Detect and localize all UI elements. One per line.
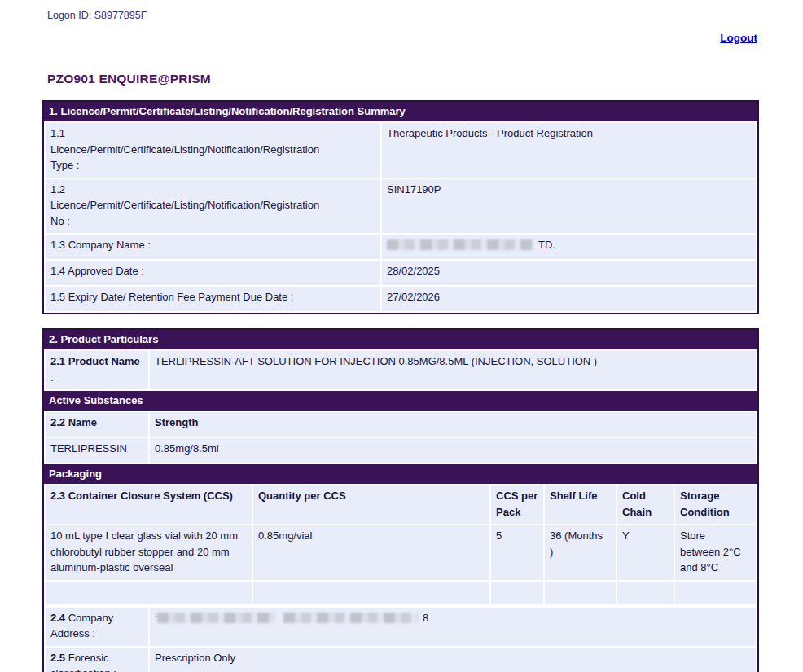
- ccs-col-header: 2.3 Container Closure System (CCS): [45, 485, 252, 525]
- forensic-classification-label: 2.5 Forensic classification :: [45, 647, 149, 672]
- approved-date-value: 28/02/2025: [381, 260, 757, 286]
- storage-value: Store between 2°C and 8°C: [674, 525, 757, 581]
- table-row-empty: [45, 581, 757, 605]
- expiry-date-value: 27/02/2026: [381, 286, 757, 312]
- product-name-value: TERLIPRESSIN-AFT SOLUTION FOR INJECTION …: [149, 350, 757, 390]
- table-row: 2.3 Container Closure System (CCS) Quant…: [45, 485, 757, 525]
- licence-no-value: SIN17190P: [381, 178, 757, 235]
- table-row: 2.2 Name Strength: [45, 411, 757, 437]
- table-row: 1.3 Company Name : TD.: [45, 234, 757, 260]
- redacted-address-part1: [157, 613, 275, 623]
- storage-col-header: Storage Condition: [674, 485, 757, 525]
- forensic-classification-value: Prescription Only: [149, 647, 757, 672]
- approved-date-label: 1.4 Approved Date :: [45, 260, 381, 286]
- empty-cell: [544, 581, 617, 605]
- substance-strength-col-header: Strength: [149, 411, 757, 437]
- product-particulars-table: 2. Product Particulars 2.1 Product Name …: [42, 328, 759, 672]
- empty-cell: [252, 581, 490, 605]
- empty-cell: [490, 581, 544, 605]
- section1-header-bar: 1. Licence/Permit/Certificate/Listing/No…: [44, 102, 757, 121]
- address-suffix: 8: [423, 612, 428, 624]
- table-row: 2.5 Forensic classification : Prescripti…: [45, 647, 757, 672]
- ccs-per-pack-col-header: CCS per Pack: [490, 485, 544, 525]
- packaging-header-bar: Packaging: [44, 464, 757, 484]
- shelf-life-col-header: Shelf Life: [544, 485, 617, 525]
- cold-chain-value: Y: [617, 525, 674, 581]
- redacted-company-name: [387, 239, 533, 250]
- licence-type-value: Therapeutic Products - Product Registrat…: [381, 122, 757, 178]
- table-row: TERLIPRESSIN 0.85mg/8.5ml: [45, 437, 757, 463]
- logon-id-text: Logon ID: S8977895F: [0, 0, 803, 21]
- ccs-per-pack-value: 5: [490, 525, 544, 581]
- page-title: PZO901 ENQUIRE@PRISM: [47, 72, 803, 86]
- company-address-value: ‘8: [149, 607, 757, 647]
- table-row: 2.1 Product Name : TERLIPRESSIN-AFT SOLU…: [45, 350, 757, 390]
- licence-type-label: 1.1 Licence/Permit/Certificate/Listing/N…: [45, 122, 381, 178]
- cold-chain-col-header: Cold Chain: [617, 485, 674, 525]
- expiry-date-label: 1.5 Expiry Date/ Retention Fee Payment D…: [45, 286, 381, 312]
- table-row: 1.5 Expiry Date/ Retention Fee Payment D…: [45, 286, 757, 312]
- empty-cell: [674, 581, 757, 605]
- substance-name-value: TERLIPRESSIN: [45, 437, 149, 463]
- company-name-value: TD.: [381, 234, 757, 260]
- company-name-suffix: TD.: [538, 239, 555, 251]
- table-row: 10 mL type I clear glass vial with 20 mm…: [45, 525, 757, 581]
- logout-link[interactable]: Logout: [720, 32, 757, 44]
- active-substances-header-bar: Active Substances: [44, 391, 757, 411]
- ccs-value: 10 mL type I clear glass vial with 20 mm…: [45, 525, 252, 581]
- logout-row: Logout: [0, 21, 803, 45]
- substance-strength-value: 0.85mg/8.5ml: [149, 437, 757, 463]
- table-row: 1.4 Approved Date : 28/02/2025: [45, 260, 757, 286]
- shelf-life-value: 36 (Months ): [544, 525, 617, 581]
- quantity-col-header: Quantity per CCS: [252, 485, 490, 525]
- empty-cell: [617, 581, 674, 605]
- product-name-label: 2.1 Product Name :: [45, 350, 149, 390]
- table-row: 2.4 Company Address : ‘8: [45, 607, 757, 647]
- empty-cell: [45, 581, 252, 605]
- table-row: 1.2 Licence/Permit/Certificate/Listing/N…: [45, 178, 757, 235]
- company-name-label: 1.3 Company Name :: [45, 234, 381, 260]
- licence-no-label: 1.2 Licence/Permit/Certificate/Listing/N…: [45, 178, 381, 235]
- table-row: 1.1 Licence/Permit/Certificate/Listing/N…: [45, 122, 757, 178]
- company-address-label: 2.4 Company Address :: [45, 607, 149, 647]
- licence-summary-table: 1. Licence/Permit/Certificate/Listing/No…: [42, 100, 759, 314]
- section2-header-bar: 2. Product Particulars: [44, 330, 757, 349]
- quantity-value: 0.85mg/vial: [252, 525, 490, 581]
- substance-name-col-header: 2.2 Name: [45, 411, 149, 437]
- redacted-address-part2: [283, 613, 418, 623]
